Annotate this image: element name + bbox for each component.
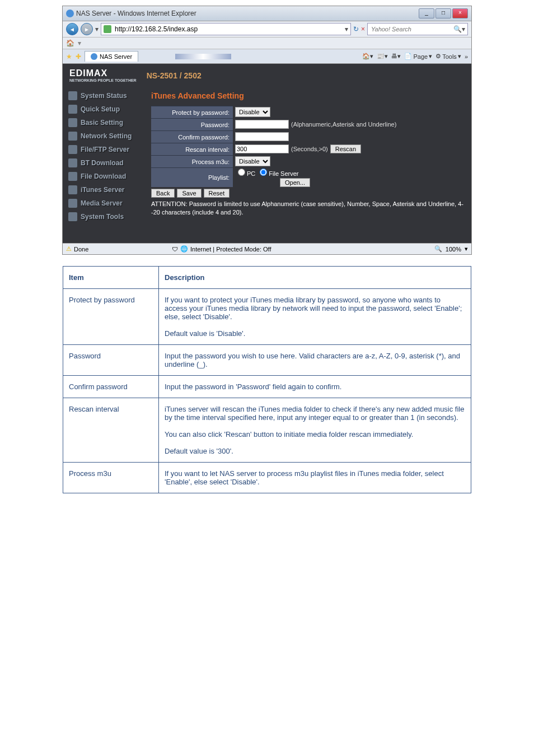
model-label: NS-2501 / 2502	[147, 71, 202, 80]
sidebar-item-basic-setting[interactable]: Basic Setting	[63, 116, 147, 129]
download-icon	[68, 172, 77, 181]
sidebar-item-system-tools[interactable]: System Tools	[63, 210, 147, 223]
sidebar-item-itunes[interactable]: iTunes Server	[63, 183, 147, 197]
feeds-menu[interactable]: 📰▾	[377, 53, 388, 60]
status-zone: Internet | Protected Mode: Off	[190, 246, 271, 253]
bt-icon	[68, 158, 77, 167]
panel-title: iTunes Advanced Setting	[151, 91, 467, 100]
address-dropdown-icon[interactable]: ▾	[345, 25, 348, 33]
spec-item: Process m3u	[63, 463, 159, 493]
forward-button[interactable]: ►	[81, 23, 93, 35]
zoom-icon[interactable]: 🔍	[434, 245, 442, 253]
rescan-hint: (Seconds,>0)	[291, 146, 328, 152]
sidebar-item-network-setting[interactable]: Network Setting	[63, 129, 147, 143]
stop-icon[interactable]: ×	[361, 25, 365, 33]
search-input[interactable]	[370, 25, 453, 33]
dropdown-arrow-icon[interactable]: ▾	[95, 25, 99, 33]
reset-button[interactable]: Reset	[204, 189, 230, 198]
tools-menu[interactable]: ⚙Tools▾	[435, 53, 461, 60]
search-dropdown-icon[interactable]: ▾	[462, 25, 465, 33]
chevron-icon[interactable]: »	[465, 53, 468, 60]
spec-item: Protect by password	[63, 289, 159, 345]
m3u-select[interactable]: Disable	[235, 156, 270, 166]
spec-item: Rescan interval	[63, 398, 159, 463]
confirm-label: Confirm password:	[151, 130, 233, 143]
refresh-split-icon[interactable]: ↻	[353, 25, 359, 33]
sidebar-item-media[interactable]: Media Server	[63, 197, 147, 210]
progress-bar	[175, 54, 231, 59]
rescan-input[interactable]	[235, 144, 289, 153]
ie-favicon	[66, 10, 74, 17]
status-done: Done	[74, 246, 88, 253]
password-input[interactable]	[235, 120, 289, 129]
refresh-icon[interactable]	[104, 25, 111, 33]
sidebar: System Status Quick Setup Basic Setting …	[63, 87, 147, 243]
playlist-fs-radio[interactable]	[260, 169, 267, 176]
back-button[interactable]: ◄	[66, 23, 78, 35]
brand-logo: EDIMAX NETWORKING PEOPLE TOGETHER	[69, 68, 137, 82]
add-favorites-icon[interactable]: ✚	[76, 53, 81, 60]
spec-header-item: Item	[63, 267, 159, 289]
spec-table: Item Description Protect by passwordIf y…	[63, 266, 471, 493]
status-icon	[68, 91, 77, 100]
open-button[interactable]: Open...	[280, 178, 310, 187]
basic-icon	[68, 118, 77, 127]
print-menu[interactable]: 🖶▾	[391, 53, 401, 60]
sidebar-item-file-ftp[interactable]: File/FTP Server	[63, 143, 147, 156]
protect-label: Protect by password:	[151, 106, 233, 119]
m3u-label: Process m3u:	[151, 155, 233, 168]
spec-desc: If you want to let NAS server to process…	[159, 463, 471, 493]
minimize-button[interactable]: _	[419, 8, 434, 18]
confirm-input[interactable]	[235, 132, 289, 141]
zoom-dropdown-icon[interactable]: ▾	[465, 245, 468, 253]
tools-icon	[68, 212, 77, 221]
search-box[interactable]: 🔍 ▾	[367, 23, 468, 35]
window-title: NAS Server - Windows Internet Explorer	[76, 10, 419, 17]
playlist-pc-radio[interactable]	[238, 169, 245, 176]
page-menu[interactable]: 📄Page▾	[404, 53, 432, 60]
address-bar[interactable]: ▾	[101, 23, 351, 35]
close-button[interactable]: ×	[452, 8, 468, 18]
maximize-button[interactable]: □	[435, 8, 451, 18]
sidebar-item-quick-setup[interactable]: Quick Setup	[63, 102, 147, 116]
attention-text: ATTENTION: Password is limited to use Al…	[151, 200, 467, 217]
network-icon	[68, 132, 77, 141]
globe-icon: 🌐	[180, 245, 188, 253]
media-icon	[68, 199, 77, 208]
spec-item: Password	[63, 345, 159, 376]
zoom-value: 100%	[446, 246, 461, 253]
tab-label: NAS Server	[100, 53, 132, 60]
sidebar-item-system-status[interactable]: System Status	[63, 89, 147, 102]
password-hint: (Alphanumeric,Asterisk and Underline)	[291, 121, 396, 128]
spec-desc: If you want to protect your iTunes media…	[159, 289, 471, 345]
sidebar-item-bt-download[interactable]: BT Download	[63, 156, 147, 170]
search-icon[interactable]: 🔍	[453, 25, 462, 33]
rescan-label: Rescan interval:	[151, 143, 233, 156]
spec-desc: Input the password in 'Password' field a…	[159, 376, 471, 398]
sidebar-item-file-download[interactable]: File Download	[63, 170, 147, 183]
save-button[interactable]: Save	[177, 189, 201, 198]
protect-select[interactable]: Disable	[235, 107, 270, 117]
favorites-star-icon[interactable]: ★	[66, 53, 72, 60]
spec-desc: Input the password you wish to use here.…	[159, 345, 471, 376]
back-button-form[interactable]: Back	[151, 189, 175, 198]
address-input[interactable]	[114, 25, 345, 34]
tab-nas-server[interactable]: NAS Server	[85, 51, 138, 62]
quick-icon	[68, 105, 77, 114]
password-label: Password:	[151, 118, 233, 131]
itunes-icon	[68, 185, 77, 194]
warning-icon: ⚠	[66, 245, 72, 253]
ftp-icon	[68, 145, 77, 154]
favorites-home-icon[interactable]: 🏠	[66, 39, 74, 47]
tab-favicon	[91, 53, 97, 60]
spec-item: Confirm password	[63, 376, 159, 398]
home-menu[interactable]: 🏠▾	[362, 53, 373, 60]
favorites-dropdown-icon[interactable]: ▾	[78, 39, 81, 47]
shield-icon: 🛡	[172, 246, 178, 253]
spec-desc: iTunes server will rescan the iTunes med…	[159, 398, 471, 463]
spec-header-desc: Description	[159, 267, 471, 289]
playlist-label: Playlist:	[151, 167, 233, 187]
rescan-button[interactable]: Rescan	[330, 144, 361, 153]
